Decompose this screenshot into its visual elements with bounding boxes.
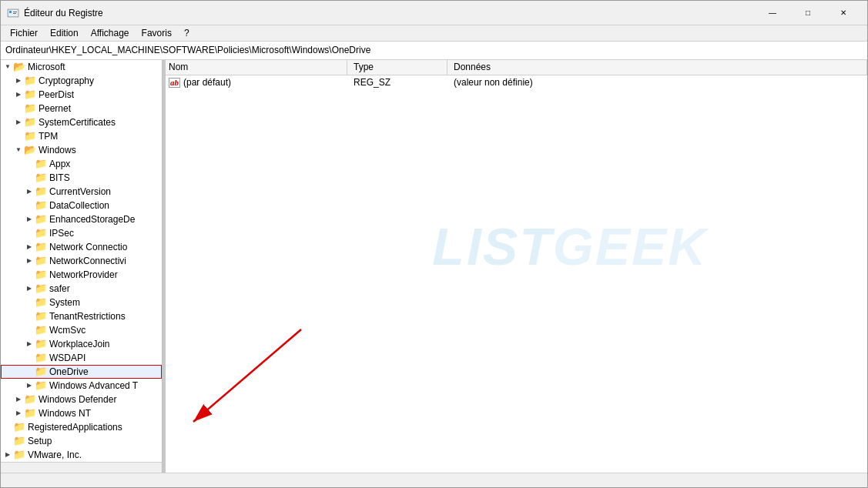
tree-label-windows: Windows	[39, 145, 76, 155]
tree-label-appx: Appx	[49, 159, 70, 169]
tree-item-microsoft[interactable]: ▼ 📂 Microsoft	[1, 60, 162, 74]
tree-item-bits[interactable]: 📁 BITS	[1, 171, 162, 185]
expand-networkconnectivi[interactable]: ▶	[24, 256, 35, 266]
tree-label-ipsec: IPSec	[49, 228, 74, 239]
tree-item-peerdist[interactable]: ▶ 📁 PeerDist	[1, 88, 162, 102]
tree-item-networkprovider[interactable]: 📁 NetworkProvider	[1, 268, 162, 282]
menu-edition[interactable]: Edition	[44, 25, 85, 41]
minimize-button[interactable]: —	[755, 1, 790, 25]
tree-label-safer: safer	[49, 283, 70, 294]
tree-label-windowsadvanced: Windows Advanced T	[49, 380, 138, 391]
expand-currentversion[interactable]: ▶	[24, 186, 35, 197]
tree-item-windows[interactable]: ▼ 📂 Windows	[1, 143, 162, 157]
menu-affichage[interactable]: Affichage	[85, 25, 136, 41]
expand-vmware[interactable]: ▶	[2, 450, 13, 460]
tree-item-currentversion[interactable]: ▶ 📁 CurrentVersion	[1, 185, 162, 199]
tree-label-wcmsvc: WcmSvc	[49, 325, 85, 336]
folder-icon-workplacejoin: 📁	[35, 338, 47, 349]
expand-cryptography[interactable]: ▶	[13, 75, 24, 86]
tree-item-system[interactable]: 📁 System	[1, 296, 162, 309]
col-header-nom[interactable]: Nom	[163, 60, 347, 75]
tree-label-onedrive: OneDrive	[49, 366, 89, 377]
folder-icon-windowsadvanced: 📁	[35, 379, 47, 391]
right-panel: LISTGEEK Nom Type Données ab (par défaut…	[163, 60, 867, 473]
expand-windows[interactable]: ▼	[13, 145, 24, 155]
tree-item-workplacejoin[interactable]: ▶ 📁 WorkplaceJoin	[1, 337, 162, 351]
col-header-donnees[interactable]: Données	[447, 60, 867, 75]
tree-label-networkconnectivi: NetworkConnectivi	[49, 256, 126, 266]
tree-item-tpm[interactable]: 📁 TPM	[1, 129, 162, 143]
menu-favoris[interactable]: Favoris	[136, 25, 178, 41]
tree-item-setup[interactable]: 📁 Setup	[1, 434, 162, 448]
col-header-type[interactable]: Type	[347, 60, 447, 75]
title-bar: Éditeur du Registre — □ ✕	[1, 1, 867, 25]
menu-fichier[interactable]: Fichier	[4, 25, 44, 41]
menu-help[interactable]: ?	[178, 25, 196, 41]
folder-icon-bits: 📁	[35, 172, 47, 183]
resize-handle[interactable]	[163, 60, 166, 473]
expand-enhancedstorage[interactable]: ▶	[24, 214, 35, 225]
address-text: Ordinateur\HKEY_LOCAL_MACHINE\SOFTWARE\P…	[5, 45, 370, 55]
tree-item-enhancedstorage[interactable]: ▶ 📁 EnhancedStorageDe	[1, 212, 162, 226]
tree-item-appx[interactable]: 📁 Appx	[1, 157, 162, 171]
close-button[interactable]: ✕	[826, 1, 861, 25]
tree-label-peernet: Peernet	[39, 103, 71, 114]
tree-item-onedrive[interactable]: 📁 OneDrive	[1, 365, 162, 379]
folder-icon-cryptography: 📁	[24, 75, 36, 86]
folder-icon-appx: 📁	[35, 158, 47, 169]
tree-label-enhancedstorage: EnhancedStorageDe	[49, 214, 135, 225]
address-bar: Ordinateur\HKEY_LOCAL_MACHINE\SOFTWARE\P…	[1, 42, 867, 59]
tree-item-vmware[interactable]: ▶ 📁 VMware, Inc.	[1, 448, 162, 462]
maximize-button[interactable]: □	[790, 1, 826, 25]
tree-item-datacollection[interactable]: 📁 DataCollection	[1, 199, 162, 212]
folder-icon-windowsnt: 📁	[24, 407, 36, 419]
folder-icon-systemcerts: 📁	[24, 116, 36, 128]
table-row[interactable]: ab (par défaut) REG_SZ (valeur non défin…	[163, 75, 867, 91]
folder-icon-microsoft: 📂	[13, 61, 25, 72]
tree-item-windowsdefender[interactable]: ▶ 📁 Windows Defender	[1, 393, 162, 406]
expand-windowsnt[interactable]: ▶	[13, 408, 24, 419]
tree-item-windowsadvanced[interactable]: ▶ 📁 Windows Advanced T	[1, 379, 162, 393]
tree-label-system: System	[49, 297, 80, 308]
tree-item-windowsnt[interactable]: ▶ 📁 Windows NT	[1, 406, 162, 420]
tree-item-ipsec[interactable]: 📁 IPSec	[1, 226, 162, 240]
folder-icon-wcmsvc: 📁	[35, 324, 47, 336]
tree-label-datacollection: DataCollection	[49, 200, 109, 211]
reg-icon: ab	[169, 78, 180, 88]
tree-item-cryptography[interactable]: ▶ 📁 Cryptography	[1, 74, 162, 88]
tree-label-registeredapps: RegisteredApplications	[28, 422, 122, 433]
folder-icon-tenantrestrictions: 📁	[35, 310, 47, 322]
expand-windowsadvanced[interactable]: ▶	[24, 380, 35, 391]
folder-icon-registeredapps: 📁	[13, 421, 25, 433]
tree-item-peernet[interactable]: 📁 Peernet	[1, 102, 162, 115]
tree-item-systemcerts[interactable]: ▶ 📁 SystemCertificates	[1, 115, 162, 129]
tree-panel: ▼ 📂 Microsoft ▶ 📁 Cryptography ▶ 📁 PeerD…	[1, 60, 163, 473]
expand-windowsdefender[interactable]: ▶	[13, 394, 24, 405]
tree-label-wsdapi: WSDAPI	[49, 353, 85, 363]
tree-item-registeredapps[interactable]: 📁 RegisteredApplications	[1, 420, 162, 434]
tree-item-safer[interactable]: ▶ 📁 safer	[1, 282, 162, 296]
tree-label-systemcerts: SystemCertificates	[39, 117, 116, 128]
tree-content[interactable]: ▼ 📂 Microsoft ▶ 📁 Cryptography ▶ 📁 PeerD…	[1, 60, 162, 473]
tree-item-tenantrestrictions[interactable]: 📁 TenantRestrictions	[1, 309, 162, 323]
horizontal-scrollbar[interactable]	[1, 462, 162, 473]
tree-label-workplacejoin: WorkplaceJoin	[49, 339, 109, 349]
folder-icon-peerdist: 📁	[24, 89, 36, 100]
folder-icon-datacollection: 📁	[35, 199, 47, 211]
tree-label-tpm: TPM	[39, 131, 58, 142]
tree-item-networkconn[interactable]: ▶ 📁 Network Connectio	[1, 240, 162, 254]
expand-peerdist[interactable]: ▶	[13, 89, 24, 100]
expand-microsoft[interactable]: ▼	[2, 62, 13, 72]
expand-systemcerts[interactable]: ▶	[13, 117, 24, 128]
tree-label-setup: Setup	[28, 436, 52, 446]
expand-workplacejoin[interactable]: ▶	[24, 339, 35, 349]
svg-rect-3	[13, 12, 17, 12]
folder-icon-wsdapi: 📁	[35, 352, 47, 363]
expand-networkconn[interactable]: ▶	[24, 242, 35, 252]
tree-item-wsdapi[interactable]: 📁 WSDAPI	[1, 351, 162, 365]
tree-label-tenantrestrictions: TenantRestrictions	[49, 311, 126, 322]
folder-icon-setup: 📁	[13, 435, 25, 446]
tree-item-wcmsvc[interactable]: 📁 WcmSvc	[1, 323, 162, 337]
expand-safer[interactable]: ▶	[24, 283, 35, 294]
tree-item-networkconnectivi[interactable]: ▶ 📁 NetworkConnectivi	[1, 254, 162, 268]
